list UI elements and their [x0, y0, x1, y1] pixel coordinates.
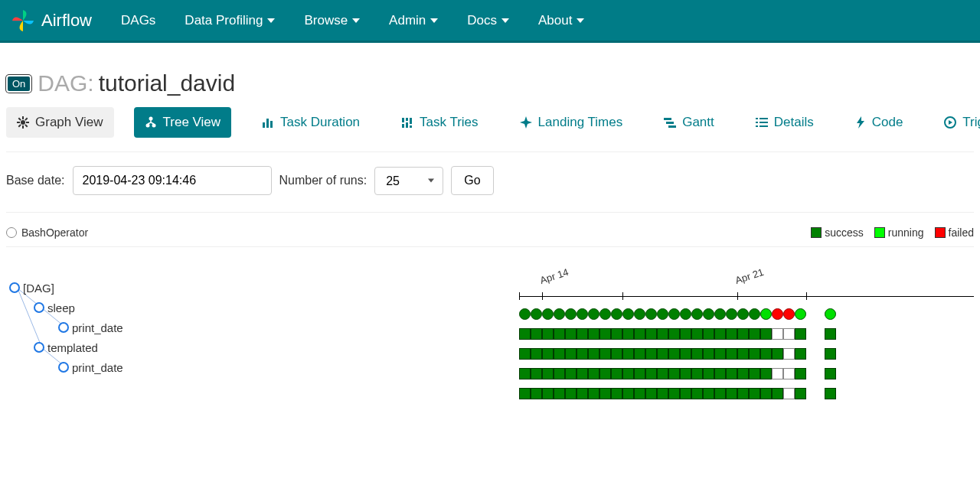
status-cell[interactable] [783, 388, 795, 399]
status-cell[interactable] [714, 328, 726, 340]
status-cell[interactable] [565, 368, 577, 379]
status-cell[interactable] [749, 308, 760, 320]
status-cell[interactable] [726, 388, 737, 399]
status-cell[interactable] [668, 328, 680, 340]
status-cell[interactable] [634, 388, 645, 399]
status-cell[interactable] [565, 388, 577, 399]
status-cell[interactable] [680, 308, 691, 320]
nav-data-profiling[interactable]: Data Profiling [185, 13, 275, 28]
status-cell[interactable] [599, 308, 611, 320]
status-cell[interactable] [691, 368, 703, 379]
status-cell[interactable] [760, 328, 772, 340]
status-cell[interactable] [795, 328, 806, 340]
status-cell[interactable] [645, 308, 657, 320]
status-cell[interactable] [760, 368, 772, 379]
status-cell[interactable] [749, 388, 760, 399]
status-cell[interactable] [703, 348, 714, 360]
status-cell[interactable] [588, 368, 599, 379]
status-cell[interactable] [714, 388, 726, 399]
status-cell[interactable] [825, 328, 836, 340]
status-cell[interactable] [795, 348, 806, 360]
tree-node-sleep[interactable]: sleep [34, 298, 519, 318]
status-cell[interactable] [577, 308, 588, 320]
status-cell[interactable] [795, 388, 806, 399]
status-cell[interactable] [703, 308, 714, 320]
status-cell[interactable] [783, 368, 795, 379]
status-cell[interactable] [737, 368, 749, 379]
status-cell[interactable] [599, 328, 611, 340]
status-cell[interactable] [657, 368, 668, 379]
status-cell[interactable] [542, 328, 554, 340]
status-cell[interactable] [772, 348, 783, 360]
status-cell[interactable] [542, 388, 554, 399]
status-cell[interactable] [611, 348, 622, 360]
brand[interactable]: Airflow [11, 8, 92, 33]
status-cell[interactable] [726, 328, 737, 340]
status-cell[interactable] [657, 308, 668, 320]
status-cell[interactable] [737, 308, 749, 320]
status-cell[interactable] [554, 388, 565, 399]
status-cell[interactable] [611, 328, 622, 340]
status-cell[interactable] [825, 308, 836, 320]
status-cell[interactable] [531, 348, 542, 360]
status-cell[interactable] [531, 368, 542, 379]
tree-node-print-date-2[interactable]: print_date [58, 357, 519, 377]
base-date-input[interactable] [73, 166, 272, 195]
status-cell[interactable] [760, 308, 772, 320]
status-cell[interactable] [795, 368, 806, 379]
status-cell[interactable] [611, 388, 622, 399]
status-cell[interactable] [714, 308, 726, 320]
status-cell[interactable] [634, 348, 645, 360]
status-cell[interactable] [783, 308, 795, 320]
dag-toggle[interactable]: On [6, 75, 31, 93]
status-cell[interactable] [691, 328, 703, 340]
status-cell[interactable] [749, 368, 760, 379]
status-cell[interactable] [737, 328, 749, 340]
tab-landing-times[interactable]: Landing Times [509, 107, 634, 138]
status-cell[interactable] [749, 328, 760, 340]
tab-graph-view[interactable]: Graph View [6, 107, 114, 138]
status-cell[interactable] [577, 368, 588, 379]
status-cell[interactable] [622, 368, 634, 379]
status-cell[interactable] [703, 368, 714, 379]
num-runs-select[interactable]: 25 [374, 167, 443, 195]
status-cell[interactable] [772, 328, 783, 340]
status-cell[interactable] [531, 328, 542, 340]
status-cell[interactable] [825, 368, 836, 379]
status-cell[interactable] [554, 308, 565, 320]
status-cell[interactable] [622, 388, 634, 399]
tab-tree-view[interactable]: Tree View [134, 107, 232, 138]
status-cell[interactable] [726, 348, 737, 360]
status-cell[interactable] [634, 368, 645, 379]
tab-details[interactable]: Details [745, 107, 825, 138]
status-cell[interactable] [726, 368, 737, 379]
status-cell[interactable] [531, 308, 542, 320]
status-cell[interactable] [542, 368, 554, 379]
status-cell[interactable] [783, 348, 795, 360]
status-cell[interactable] [577, 388, 588, 399]
tab-gantt[interactable]: Gantt [653, 107, 725, 138]
status-cell[interactable] [645, 388, 657, 399]
status-cell[interactable] [703, 388, 714, 399]
status-cell[interactable] [554, 368, 565, 379]
status-cell[interactable] [599, 388, 611, 399]
tab-trigger-dag[interactable]: Trigger D [933, 107, 980, 138]
status-cell[interactable] [565, 328, 577, 340]
status-cell[interactable] [760, 348, 772, 360]
status-cell[interactable] [680, 328, 691, 340]
status-cell[interactable] [680, 368, 691, 379]
go-button[interactable]: Go [451, 166, 493, 195]
nav-dags[interactable]: DAGs [121, 13, 155, 28]
status-cell[interactable] [645, 328, 657, 340]
status-cell[interactable] [657, 388, 668, 399]
status-cell[interactable] [726, 308, 737, 320]
status-cell[interactable] [531, 388, 542, 399]
status-cell[interactable] [645, 348, 657, 360]
status-cell[interactable] [565, 348, 577, 360]
status-cell[interactable] [519, 388, 531, 399]
status-cell[interactable] [657, 328, 668, 340]
status-cell[interactable] [825, 348, 836, 360]
status-cell[interactable] [519, 328, 531, 340]
nav-admin[interactable]: Admin [389, 13, 438, 28]
status-cell[interactable] [599, 348, 611, 360]
